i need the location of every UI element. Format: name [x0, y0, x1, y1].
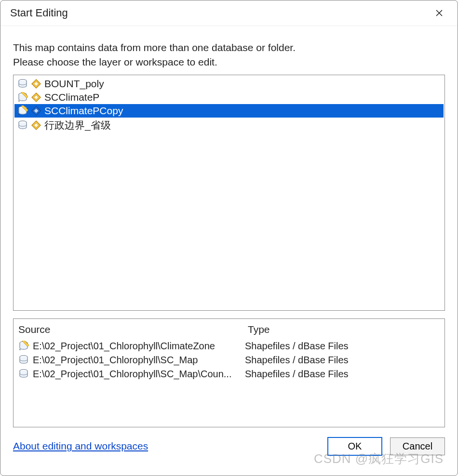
layer-row-selected[interactable]: SCClimatePCopy [14, 104, 444, 118]
source-type: Shapefiles / dBase Files [245, 341, 440, 352]
dialog-footer: About editing and workspaces OK Cancel [13, 437, 445, 456]
database-icon [18, 355, 29, 365]
source-rows: E:\02_Project\01_Chlorophyll\ClimateZone… [13, 339, 445, 381]
source-row[interactable]: E:\02_Project\01_Chlorophyll\SC_Map\Coun… [18, 367, 440, 381]
database-icon [18, 369, 29, 379]
layer-row[interactable]: 行政边界_省级 [14, 118, 444, 133]
database-edit-icon [17, 92, 28, 103]
instructions-line-2: Please choose the layer or workspace to … [13, 55, 445, 69]
layer-label: SCClimateP [44, 92, 99, 103]
cancel-button[interactable]: Cancel [390, 437, 445, 455]
polygon-layer-icon [31, 120, 41, 131]
about-link[interactable]: About editing and workspaces [13, 440, 148, 452]
layer-label: 行政边界_省级 [44, 119, 111, 132]
titlebar: Start Editing [0, 0, 458, 26]
database-icon [17, 120, 28, 131]
source-type: Shapefiles / dBase Files [245, 369, 440, 380]
layer-label: SCClimatePCopy [44, 105, 123, 117]
layer-label: BOUNT_poly [44, 78, 104, 90]
dialog-content: This map contains data from more than on… [0, 26, 458, 476]
instructions: This map contains data from more than on… [13, 40, 445, 70]
layer-row[interactable]: SCClimateP [14, 91, 444, 104]
instructions-line-1: This map contains data from more than on… [13, 40, 445, 55]
polygon-layer-icon [31, 92, 41, 103]
polygon-layer-icon [31, 106, 41, 116]
source-header: Source Type [13, 319, 445, 339]
ok-button[interactable]: OK [327, 437, 382, 456]
database-edit-icon [18, 341, 29, 351]
database-icon [17, 79, 28, 89]
source-row[interactable]: E:\02_Project\01_Chlorophyll\ClimateZone… [18, 339, 440, 353]
dialog-title: Start Editing [10, 7, 68, 19]
source-panel: Source Type E:\02_Project\01_Chlorophyll… [13, 318, 445, 427]
source-path: E:\02_Project\01_Chlorophyll\SC_Map\Coun… [33, 369, 231, 380]
source-type: Shapefiles / dBase Files [245, 355, 440, 366]
close-button[interactable] [429, 4, 450, 22]
database-edit-icon [17, 106, 28, 116]
source-path: E:\02_Project\01_Chlorophyll\SC_Map [33, 355, 198, 366]
layer-row[interactable]: BOUNT_poly [14, 77, 444, 91]
source-path: E:\02_Project\01_Chlorophyll\ClimateZone [33, 341, 215, 352]
column-header-type[interactable]: Type [248, 324, 440, 335]
close-icon [435, 9, 443, 17]
layer-list[interactable]: BOUNT_poly SCClimateP SCClimatePCopy 行政边… [13, 75, 445, 311]
column-header-source[interactable]: Source [18, 324, 248, 335]
polygon-layer-icon [31, 79, 41, 89]
source-row[interactable]: E:\02_Project\01_Chlorophyll\SC_Map Shap… [18, 353, 440, 367]
start-editing-dialog: Start Editing This map contains data fro… [0, 0, 458, 476]
